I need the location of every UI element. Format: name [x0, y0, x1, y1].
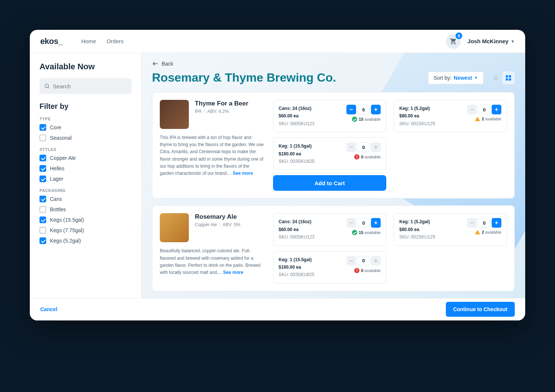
checkbox-icon [39, 206, 46, 213]
cart-icon [450, 38, 457, 45]
quantity-value: 0 [358, 142, 370, 152]
search-box[interactable] [39, 78, 131, 94]
decrement-button[interactable]: − [346, 105, 356, 114]
checkbox-icon [39, 155, 46, 161]
filter-checkbox-packaging-1[interactable]: Bottles [39, 206, 131, 213]
svg-point-0 [45, 84, 48, 88]
search-input[interactable] [53, 83, 127, 89]
checkbox-label: Helles [50, 165, 64, 171]
filter-checkbox-packaging-3[interactable]: Kegs (7.75gal) [39, 227, 131, 234]
variant-price: $60.00 ea [279, 112, 314, 120]
warning-icon [475, 230, 480, 234]
product-meta: IPA|ABV: 4.2% [195, 109, 248, 114]
grid-icon [505, 75, 512, 81]
arrow-left-icon [152, 60, 159, 67]
checkbox-icon [39, 216, 46, 223]
availability-badge: 15 available [352, 117, 381, 122]
footer: Cancel Continue to Checkout [30, 298, 525, 320]
svg-rect-10 [509, 75, 511, 77]
main-nav: Home Orders [81, 38, 124, 44]
add-to-cart-button[interactable]: Add to Cart [273, 175, 386, 191]
quantity-value: 0 [358, 256, 370, 266]
quantity-stepper: −0+ [346, 142, 381, 152]
view-toggle [489, 72, 515, 84]
checkbox-icon [39, 227, 46, 234]
increment-button[interactable]: + [371, 218, 381, 228]
logo: ekos_ [40, 37, 63, 46]
filter-checkbox-type-1[interactable]: Seasonal [39, 135, 131, 141]
variant-sku: SKU: 003SKU825 [279, 158, 314, 165]
increment-button: + [371, 142, 381, 152]
variant-sku: SKU: 002SKU125 [399, 233, 435, 241]
app-window: ekos_ Home Orders 6 Josh McKinney ▼ Avai… [30, 30, 525, 320]
variant-title: Keg: 1 (5.2gal) [399, 218, 435, 225]
see-more-link[interactable]: See more [233, 171, 253, 176]
nav-home[interactable]: Home [81, 38, 96, 44]
back-button[interactable]: Back [152, 60, 515, 67]
warning-icon [475, 117, 480, 121]
filter-checkbox-packaging-2[interactable]: Kegs (15.5gal) [39, 216, 131, 223]
filter-group-label-styles: STYLES [39, 147, 131, 152]
search-icon [44, 83, 50, 89]
product-image [160, 213, 189, 242]
checkbox-icon [39, 165, 46, 172]
quantity-value: 0 [358, 218, 370, 228]
body: Available Now Filter by TYPECoreSeasonal… [30, 53, 525, 298]
nav-orders[interactable]: Orders [107, 38, 124, 44]
cancel-button[interactable]: Cancel [40, 306, 57, 312]
decrement-button: − [346, 218, 356, 228]
continue-to-checkout-button[interactable]: Continue to Checkout [446, 302, 515, 317]
filter-checkbox-packaging-4[interactable]: Kegs (5.2gal) [39, 237, 131, 244]
decrement-button: − [346, 142, 356, 152]
variant-title: Keg: 1 (15.5gal) [279, 142, 314, 150]
increment-button[interactable]: + [492, 105, 501, 114]
checkbox-icon [39, 237, 46, 244]
checkbox-label: Bottles [50, 206, 66, 212]
filter-group-label-packaging: PACKAGING [39, 188, 131, 193]
svg-rect-9 [506, 75, 508, 77]
quantity-stepper: −0+ [346, 256, 381, 266]
increment-button: + [371, 256, 381, 266]
list-icon [492, 75, 498, 81]
variant-box: Keg: 1 (15.5gal)$180.00 eaSKU: 003SKU825… [273, 137, 386, 170]
variant-box: Cans: 24 (16oz)$60.00 eaSKU: 000SKU123−6… [273, 100, 386, 132]
checkbox-icon [39, 196, 46, 202]
chevron-down-icon: ▼ [474, 76, 478, 80]
back-label: Back [162, 61, 173, 67]
filter-checkbox-styles-2[interactable]: Lager [39, 176, 131, 182]
checkbox-label: Kegs (5.2gal) [50, 238, 81, 244]
cart-button[interactable]: 6 [446, 34, 461, 49]
page-header: Rosemary & Thyme Brewing Co. Sort by: Ne… [152, 71, 515, 85]
filter-checkbox-styles-1[interactable]: Helles [39, 165, 131, 172]
increment-button[interactable]: + [492, 218, 501, 228]
product-image [160, 100, 189, 129]
filter-checkbox-packaging-0[interactable]: Cans [39, 196, 131, 202]
check-circle-icon [352, 117, 357, 122]
product-card: Rosemary AleCopper Ale|ABV: 5%Beautifull… [152, 205, 515, 291]
chevron-down-icon: ▼ [511, 39, 515, 44]
sort-dropdown[interactable]: Sort by: Newest ▼ [428, 72, 483, 84]
checkbox-label: Cans [50, 196, 62, 202]
view-list-button[interactable] [489, 72, 501, 84]
checkbox-label: Core [50, 124, 61, 130]
variant-box: Keg: 1 (15.5gal)$180.00 eaSKU: 003SKU825… [273, 251, 386, 284]
user-menu[interactable]: Josh McKinney ▼ [467, 38, 515, 44]
quantity-value: 6 [358, 105, 370, 114]
checkbox-icon [39, 124, 46, 131]
view-grid-button[interactable] [502, 72, 515, 84]
quantity-value: 0 [478, 218, 490, 228]
see-more-link[interactable]: See more [223, 270, 243, 275]
product-description: This IPA is brewed with a ton of hop fla… [160, 134, 264, 177]
page-title: Rosemary & Thyme Brewing Co. [152, 71, 336, 85]
checkbox-label: Kegs (15.5gal) [50, 217, 84, 223]
availability-badge: 2 available [475, 230, 501, 234]
svg-line-1 [48, 87, 49, 88]
filter-checkbox-styles-0[interactable]: Copper Ale [39, 155, 131, 161]
variant-sku: SKU: 003SKU825 [279, 271, 314, 278]
variant-sku: SKU: 000SKU123 [279, 120, 314, 127]
filter-checkbox-type-0[interactable]: Core [39, 124, 131, 131]
availability-badge: !0 available [354, 154, 381, 159]
variant-sku: SKU: 002SKU125 [399, 120, 435, 127]
increment-button[interactable]: + [371, 105, 381, 114]
product-description: Beautifully balanced, copper-colored ale… [160, 247, 264, 276]
